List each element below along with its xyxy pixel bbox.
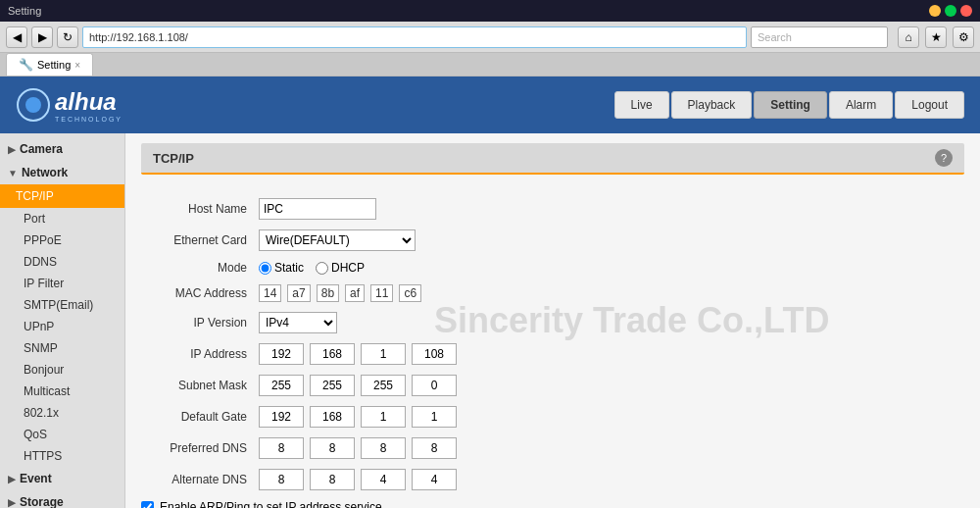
address-text: http://192.168.1.108/ [89,31,188,43]
live-button[interactable]: Live [614,91,669,119]
gateway-octet-3[interactable] [412,406,457,428]
port-label: Port [24,212,45,226]
qos-label: QoS [24,428,47,441]
sidebar-item-smtp[interactable]: SMTP(Email) [0,294,124,316]
mode-control: Static DHCP [259,261,365,275]
refresh-button[interactable]: ↻ [57,26,78,48]
mac-seg-5: c6 [399,284,421,302]
page-title: TCP/IP [153,151,194,166]
ip-version-control: IPv4 IPv6 [259,312,337,333]
preferred-dns-label: Preferred DNS [141,441,259,455]
pdns-octet-3[interactable] [412,437,457,459]
host-name-input[interactable] [259,198,376,220]
upnp-label: UPnP [24,320,54,333]
adns-octet-1[interactable] [310,469,355,490]
main-content: Sincerity Trade Co.,LTD TCP/IP ? Host Na… [125,133,980,508]
sidebar-item-port[interactable]: Port [0,208,124,229]
ip-octet-2[interactable] [361,343,406,365]
ip-octet-3[interactable] [412,343,457,365]
tab-label: Setting [37,59,71,71]
network-label: Network [22,166,68,179]
adns-octet-3[interactable] [412,469,457,490]
sidebar-item-snmp[interactable]: SNMP [0,337,124,359]
sidebar-item-802-1x[interactable]: 802.1x [0,402,124,424]
ip-address-label: IP Address [141,347,259,361]
sidebar-item-pppoe[interactable]: PPPoE [0,229,124,251]
maximize-button[interactable] [945,5,956,17]
ip-address-row: IP Address [141,343,964,365]
logo: alhua TECHNOLOGY [16,87,122,123]
pdns-octet-0[interactable] [259,437,304,459]
subnet-octet-0[interactable] [259,375,304,396]
alternate-dns-row: Alternate DNS [141,469,964,490]
storage-label: Storage [20,495,64,508]
forward-button[interactable]: ▶ [31,26,53,48]
settings-gear-button[interactable]: ⚙ [953,26,974,48]
static-label: Static [274,261,304,275]
adns-octet-0[interactable] [259,469,304,490]
address-bar[interactable]: http://192.168.1.108/ [82,26,747,48]
host-name-row: Host Name [141,198,964,220]
setting-button[interactable]: Setting [754,91,827,119]
app-header: alhua TECHNOLOGY Live Playback Setting A… [0,76,980,133]
event-arrow-icon: ▶ [8,474,16,484]
sidebar-item-ddns[interactable]: DDNS [0,251,124,273]
adns-octet-2[interactable] [361,469,406,490]
sidebar-item-multicast[interactable]: Multicast [0,381,124,402]
sidebar-item-camera[interactable]: ▶ Camera [0,137,124,161]
back-button[interactable]: ◀ [6,26,27,48]
sidebar-item-storage[interactable]: ▶ Storage [0,490,124,508]
search-box[interactable]: Search [751,26,888,48]
ethernet-card-row: Ethernet Card Wire(DEFAULT) Wireless [141,229,964,251]
gateway-octet-0[interactable] [259,406,304,428]
subnet-octet-2[interactable] [361,375,406,396]
sidebar-item-tcp-ip[interactable]: TCP/IP [0,184,124,208]
alternate-dns-fields [259,469,457,490]
close-button[interactable] [960,5,972,17]
bonjour-label: Bonjour [24,363,64,377]
dhcp-radio-label[interactable]: DHCP [316,261,365,275]
help-icon[interactable]: ? [935,149,953,167]
network-arrow-icon: ▼ [8,168,18,178]
preferred-dns-row: Preferred DNS [141,437,964,459]
static-radio-label[interactable]: Static [259,261,304,275]
sidebar-item-qos[interactable]: QoS [0,424,124,445]
tab-close-button[interactable]: × [74,60,80,71]
pdns-octet-2[interactable] [361,437,406,459]
mode-label: Mode [141,261,259,275]
ip-version-label: IP Version [141,316,259,330]
pdns-octet-1[interactable] [310,437,355,459]
sidebar-item-https[interactable]: HTTPS [0,445,124,467]
ip-octet-0[interactable] [259,343,304,365]
static-radio[interactable] [259,262,271,275]
star-button[interactable]: ★ [925,26,947,48]
subnet-octet-3[interactable] [412,375,457,396]
sidebar-item-upnp[interactable]: UPnP [0,316,124,337]
ip-octet-1[interactable] [310,343,355,365]
ethernet-card-select[interactable]: Wire(DEFAULT) Wireless [259,229,416,251]
window-controls [929,5,972,17]
mac-seg-2: 8b [317,284,339,302]
playback-button[interactable]: Playback [671,91,753,119]
ethernet-card-label: Ethernet Card [141,233,259,247]
multicast-label: Multicast [24,384,70,398]
mac-display: 14 a7 8b af 11 c6 [259,284,421,302]
sidebar-item-bonjour[interactable]: Bonjour [0,359,124,381]
subnet-octet-1[interactable] [310,375,355,396]
ddns-label: DDNS [24,255,57,269]
home-button[interactable]: ⌂ [898,26,919,48]
alarm-button[interactable]: Alarm [829,91,893,119]
header-nav-buttons: Live Playback Setting Alarm Logout [614,91,964,119]
dhcp-radio[interactable] [316,262,328,275]
browser-tab[interactable]: 🔧 Setting × [6,53,93,76]
sidebar-item-network[interactable]: ▼ Network [0,161,124,184]
arp-ping-checkbox[interactable] [141,501,154,509]
gateway-octet-1[interactable] [310,406,355,428]
sidebar-item-ip-filter[interactable]: IP Filter [0,273,124,294]
ip-version-select[interactable]: IPv4 IPv6 [259,312,337,333]
sidebar-item-event[interactable]: ▶ Event [0,467,124,490]
gateway-octet-2[interactable] [361,406,406,428]
arp-ping-label: Enable ARP/Ping to set IP address servic… [160,500,382,508]
minimize-button[interactable] [929,5,941,17]
logout-button[interactable]: Logout [895,91,964,119]
